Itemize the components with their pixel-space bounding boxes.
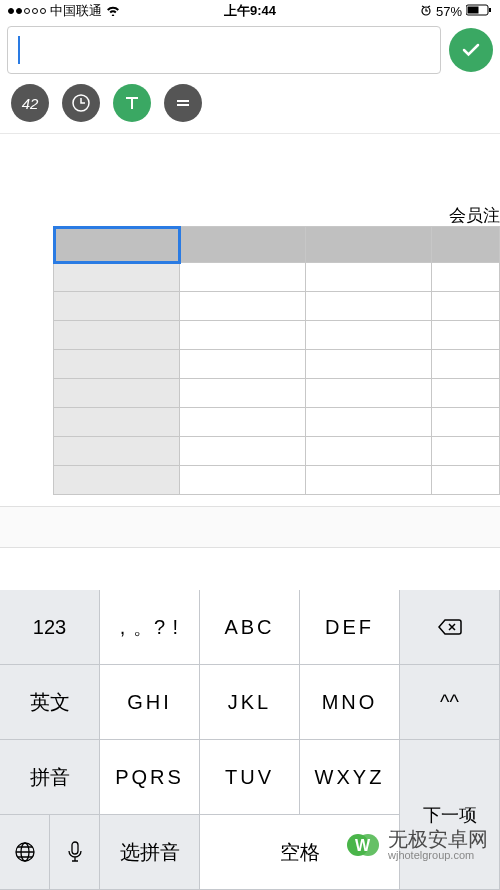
- cell[interactable]: [54, 292, 180, 321]
- text-format-button[interactable]: [113, 84, 151, 122]
- cell[interactable]: [54, 466, 180, 495]
- cell[interactable]: [306, 350, 432, 379]
- carrier-label: 中国联通: [50, 2, 102, 20]
- cell[interactable]: [180, 292, 306, 321]
- alarm-icon: [420, 4, 432, 19]
- key-carets[interactable]: ^^: [400, 665, 500, 740]
- cell[interactable]: [54, 350, 180, 379]
- cell[interactable]: [432, 379, 500, 408]
- key-tuv[interactable]: TUV: [200, 740, 300, 815]
- menu-icon: [174, 94, 192, 112]
- date-format-button[interactable]: [62, 84, 100, 122]
- key-english[interactable]: 英文: [0, 665, 100, 740]
- spreadsheet-area[interactable]: 会员注: [0, 134, 500, 512]
- cell[interactable]: [306, 437, 432, 466]
- spreadsheet-grid[interactable]: [53, 226, 500, 495]
- globe-icon: [14, 841, 36, 863]
- cell[interactable]: [54, 379, 180, 408]
- cell[interactable]: [432, 292, 500, 321]
- svg-rect-2: [468, 6, 479, 13]
- backspace-icon: [437, 617, 463, 637]
- key-jkl[interactable]: JKL: [200, 665, 300, 740]
- cell[interactable]: [432, 437, 500, 466]
- battery-icon: [466, 4, 492, 19]
- watermark: W 无极安卓网 wjhotelgroup.com: [344, 826, 488, 864]
- menu-button[interactable]: [164, 84, 202, 122]
- cell[interactable]: [306, 466, 432, 495]
- key-def[interactable]: DEF: [300, 590, 400, 665]
- signal-dots-icon: [8, 8, 46, 14]
- cell[interactable]: [432, 466, 500, 495]
- cell[interactable]: [432, 263, 500, 292]
- mic-icon: [67, 841, 83, 863]
- time-label: 上午9:44: [224, 2, 276, 20]
- key-wxyz[interactable]: WXYZ: [300, 740, 400, 815]
- text-icon: [122, 93, 142, 113]
- number-format-button[interactable]: 42: [11, 84, 49, 122]
- check-icon: [460, 39, 482, 61]
- key-pqrs[interactable]: PQRS: [100, 740, 200, 815]
- cell[interactable]: [180, 379, 306, 408]
- cell[interactable]: [306, 321, 432, 350]
- watermark-sub: wjhotelgroup.com: [388, 849, 488, 861]
- key-next[interactable]: 下一项: [400, 740, 500, 890]
- cell[interactable]: [54, 437, 180, 466]
- header-cell[interactable]: [180, 227, 306, 263]
- cell[interactable]: [306, 292, 432, 321]
- watermark-main: 无极安卓网: [388, 829, 488, 849]
- svg-text:W: W: [355, 837, 371, 854]
- key-backspace[interactable]: [400, 590, 500, 665]
- cell[interactable]: [306, 263, 432, 292]
- cell[interactable]: [180, 408, 306, 437]
- key-mic[interactable]: [50, 815, 100, 890]
- status-bar: 中国联通 上午9:44 57%: [0, 0, 500, 22]
- wifi-icon: [106, 4, 120, 19]
- cell[interactable]: [306, 379, 432, 408]
- cell[interactable]: [54, 408, 180, 437]
- cell[interactable]: [432, 350, 500, 379]
- cell[interactable]: [432, 321, 500, 350]
- key-punct[interactable]: , 。? !: [100, 590, 200, 665]
- confirm-button[interactable]: [449, 28, 493, 72]
- cell-selected[interactable]: [54, 227, 180, 263]
- key-ghi[interactable]: GHI: [100, 665, 200, 740]
- svg-rect-7: [72, 842, 78, 854]
- cell[interactable]: [432, 408, 500, 437]
- cell[interactable]: [180, 321, 306, 350]
- clock-icon: [71, 93, 91, 113]
- svg-rect-3: [489, 8, 491, 12]
- header-cell[interactable]: [432, 227, 500, 263]
- cell[interactable]: [180, 466, 306, 495]
- cell[interactable]: [180, 437, 306, 466]
- format-toolbar: 42: [0, 78, 500, 133]
- sheet-title: 会员注: [449, 204, 500, 227]
- suggestion-bar: [0, 506, 500, 548]
- cell[interactable]: [180, 263, 306, 292]
- key-select-pinyin[interactable]: 选拼音: [100, 815, 200, 890]
- cell[interactable]: [306, 408, 432, 437]
- key-abc[interactable]: ABC: [200, 590, 300, 665]
- formula-input[interactable]: [7, 26, 441, 74]
- key-pinyin[interactable]: 拼音: [0, 740, 100, 815]
- watermark-logo-icon: W: [344, 826, 382, 864]
- key-123[interactable]: 123: [0, 590, 100, 665]
- cell[interactable]: [180, 350, 306, 379]
- key-mno[interactable]: MNO: [300, 665, 400, 740]
- cell[interactable]: [54, 321, 180, 350]
- cell[interactable]: [54, 263, 180, 292]
- key-globe[interactable]: [0, 815, 50, 890]
- battery-label: 57%: [436, 4, 462, 19]
- header-cell[interactable]: [306, 227, 432, 263]
